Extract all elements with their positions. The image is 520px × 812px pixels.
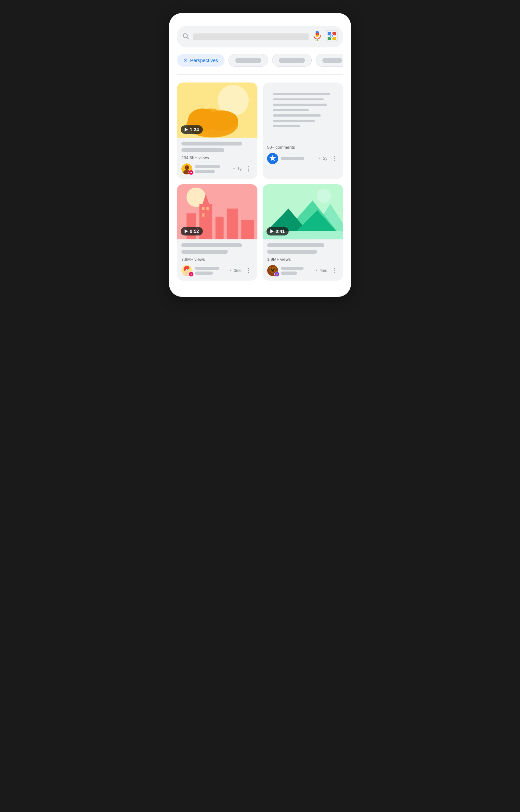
title-line-2 — [181, 148, 224, 152]
card-2-comments: 50+ comments — [267, 145, 339, 150]
more-options-4[interactable]: ⋮ — [330, 266, 339, 275]
svg-point-57 — [274, 267, 276, 269]
mic-button[interactable] — [313, 31, 322, 43]
play-icon-4 — [270, 229, 274, 233]
card-4-thumbnail: 0:41 — [263, 184, 343, 240]
chip-perspectives[interactable]: ✕ Perspectives — [177, 54, 225, 66]
card-1-body: 234.6K+ views — [177, 138, 257, 179]
video-duration-1: 1:34 — [181, 125, 203, 134]
card-1-time: 1y — [237, 167, 241, 171]
card-4[interactable]: 0:41 1.9M+ views — [263, 184, 343, 281]
cards-grid: 1:34 234.6K+ views — [177, 83, 343, 281]
footer-text-1 — [195, 165, 231, 173]
card-2-footer: • 2y ⋮ — [267, 153, 339, 164]
svg-rect-6 — [316, 35, 319, 37]
video-duration-3: 0:52 — [181, 227, 203, 235]
svg-rect-34 — [241, 220, 254, 240]
video-duration-4: 0:41 — [266, 227, 289, 235]
card-3-views: 7.8M+ views — [181, 257, 253, 262]
chip-filter-1[interactable] — [229, 54, 268, 66]
svg-point-21 — [185, 165, 189, 170]
chip-filter-2[interactable] — [272, 54, 312, 66]
svg-point-43 — [186, 269, 186, 270]
title-line-3 — [181, 243, 242, 247]
title-line-6 — [267, 250, 317, 254]
badge-4: ⚡ — [274, 272, 280, 277]
card-3-time: 3mo — [234, 268, 241, 273]
footer-text-2 — [281, 157, 316, 160]
svg-line-1 — [187, 37, 188, 39]
phone-container: ✕ Perspectives — [169, 13, 351, 297]
card-4-views: 1.9M+ views — [267, 257, 339, 262]
play-icon-3 — [185, 229, 188, 233]
card-4-footer: ⚡ • 4mo ⋮ — [267, 265, 339, 276]
svg-point-59 — [273, 269, 275, 270]
card-4-body: 1.9M+ views — [263, 240, 343, 281]
svg-rect-35 — [202, 207, 204, 210]
footer-name-line — [195, 165, 220, 168]
search-actions — [313, 30, 338, 44]
card-1[interactable]: 1:34 234.6K+ views — [177, 83, 257, 179]
svg-rect-33 — [227, 208, 238, 239]
avatar-4: ⚡ — [267, 265, 278, 276]
divider — [177, 74, 343, 75]
card-4-time: 4mo — [320, 268, 327, 273]
footer-text-3 — [195, 267, 227, 275]
badge-1: ♥ — [188, 170, 194, 175]
svg-point-24 — [187, 167, 188, 168]
svg-point-19 — [198, 109, 223, 127]
title-line-1 — [181, 142, 242, 145]
svg-point-42 — [184, 267, 186, 271]
article-lines — [268, 88, 338, 133]
search-input[interactable] — [193, 33, 309, 40]
search-icon — [182, 32, 189, 41]
svg-point-46 — [317, 189, 331, 203]
more-options-2[interactable]: ⋮ — [330, 154, 339, 163]
card-1-views: 234.6K+ views — [181, 155, 253, 160]
svg-rect-36 — [206, 207, 209, 210]
card-1-footer: ♥ • 1y ⋮ — [181, 163, 253, 174]
search-bar[interactable] — [177, 26, 343, 48]
footer-text-4 — [281, 267, 313, 275]
title-line-5 — [267, 243, 324, 247]
avatar-3: ♥ — [181, 265, 192, 276]
svg-point-23 — [186, 167, 186, 168]
lens-button[interactable] — [326, 30, 338, 44]
card-3[interactable]: 0:52 7.8M+ views — [177, 184, 257, 281]
svg-rect-32 — [215, 217, 224, 239]
card-3-thumbnail: 0:52 — [177, 184, 257, 240]
card-3-body: 7.8M+ views — [177, 240, 257, 281]
chip-filter-3[interactable] — [316, 54, 343, 66]
avatar-2 — [267, 153, 278, 164]
more-options-3[interactable]: ⋮ — [244, 266, 253, 275]
svg-rect-37 — [202, 214, 204, 217]
card-3-footer: ♥ • 3mo ⋮ — [181, 265, 253, 276]
close-icon[interactable]: ✕ — [183, 57, 187, 63]
svg-point-44 — [187, 269, 188, 270]
footer-sub-line — [195, 170, 215, 173]
svg-point-56 — [269, 267, 271, 269]
card-2-thumbnail — [263, 83, 343, 138]
svg-rect-5 — [316, 33, 319, 35]
play-icon — [185, 128, 188, 132]
card-2-body: 50+ comments • 2y ⋮ — [263, 138, 343, 169]
chip-perspectives-label: Perspectives — [190, 57, 218, 63]
filter-chips: ✕ Perspectives — [177, 54, 343, 66]
card-2-time: 2y — [323, 156, 327, 161]
title-line-4 — [181, 250, 228, 254]
svg-point-58 — [271, 269, 272, 270]
more-options-1[interactable]: ⋮ — [244, 165, 253, 173]
avatar-1: ♥ — [181, 163, 192, 174]
card-2[interactable]: 50+ comments • 2y ⋮ — [263, 83, 343, 179]
badge-3: ♥ — [188, 272, 194, 277]
svg-point-61 — [272, 270, 273, 271]
card-1-thumbnail: 1:34 — [177, 83, 257, 138]
